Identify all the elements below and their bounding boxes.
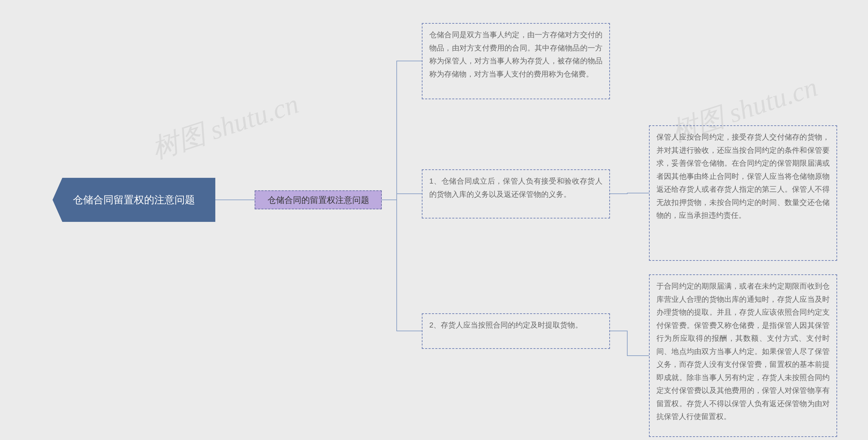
leaf-point-1-detail[interactable]: 保管人应按合同约定，接受存货人交付储存的货物，并对其进行验收，还应当按合同约定的… (649, 125, 837, 261)
category-label: 仓储合同的留置权注意问题 (268, 194, 369, 206)
leaf-point-2-detail[interactable]: 于合同约定的期限届满，或者在未约定期限而收到仓库营业人合理的货物出库的通知时，存… (649, 274, 837, 437)
leaf-text: 2、存货人应当按照合同的约定及时提取货物。 (429, 321, 583, 329)
leaf-intro[interactable]: 仓储合同是双方当事人约定，由一方存储对方交付的物品，由对方支付费用的合同。其中存… (422, 23, 610, 99)
leaf-text: 于合同约定的期限届满，或者在未约定期限而收到仓库营业人合理的货物出库的通知时，存… (656, 282, 830, 421)
leaf-text: 仓储合同是双方当事人约定，由一方存储对方交付的物品，由对方支付费用的合同。其中存… (429, 30, 603, 78)
mindmap-canvas: 树图 shutu.cn 树图 shutu.cn 仓储合同留置权的注意问题 仓储合… (0, 0, 868, 440)
root-title: 仓储合同留置权的注意问题 (73, 192, 195, 208)
leaf-text: 1、仓储合同成立后，保管人负有接受和验收存货人的货物入库的义务以及返还保管物的义… (429, 177, 603, 198)
category-node[interactable]: 仓储合同的留置权注意问题 (255, 190, 382, 209)
leaf-point-1[interactable]: 1、仓储合同成立后，保管人负有接受和验收存货人的货物入库的义务以及返还保管物的义… (422, 169, 610, 218)
root-node[interactable]: 仓储合同留置权的注意问题 (53, 178, 215, 222)
leaf-text: 保管人应按合同约定，接受存货人交付储存的货物，并对其进行验收，还应当按合同约定的… (656, 133, 830, 219)
leaf-point-2[interactable]: 2、存货人应当按照合同的约定及时提取货物。 (422, 313, 610, 349)
